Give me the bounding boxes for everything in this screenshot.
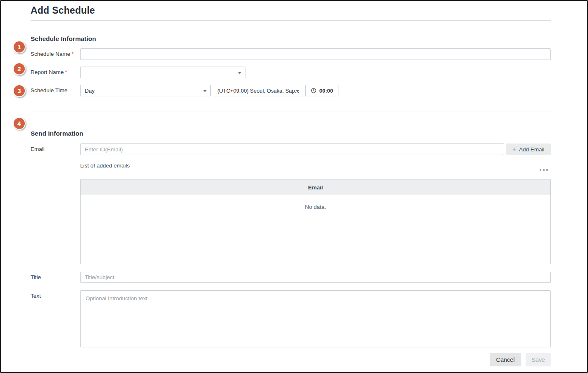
add-email-button-label: Add Email (519, 146, 545, 153)
dot (543, 169, 545, 171)
schedule-time-label: Schedule Time (31, 85, 67, 96)
schedule-frequency-value: Day (85, 88, 95, 94)
email-column-header: Email (81, 180, 550, 195)
timezone-select[interactable]: (UTC+09:00) Seoul, Osaka, Sap... (213, 85, 303, 96)
report-name-label-text: Report Name (31, 69, 64, 75)
title-divider (31, 20, 551, 21)
step-badge-1: 1 (13, 41, 26, 53)
chevron-down-icon (203, 90, 207, 92)
schedule-frequency-select[interactable]: Day (80, 85, 211, 96)
text-label-text: Text (31, 293, 41, 299)
report-name-select[interactable] (80, 67, 245, 78)
required-asterisk: * (65, 69, 67, 75)
page-title: Add Schedule (31, 5, 95, 16)
chevron-down-icon (296, 90, 299, 92)
required-asterisk: * (71, 51, 74, 57)
dot (546, 169, 548, 171)
timezone-value: (UTC+09:00) Seoul, Osaka, Sap... (217, 88, 299, 94)
schedule-name-label: Schedule Name* (31, 48, 74, 60)
text-input[interactable] (80, 290, 551, 347)
save-button[interactable]: Save (526, 353, 551, 366)
step-number: 2 (17, 65, 21, 72)
email-input[interactable] (80, 143, 504, 155)
step-badge-4: 4 (13, 117, 26, 130)
clock-icon (311, 88, 317, 93)
section-divider (31, 112, 551, 112)
table-empty-message: No data. (81, 195, 550, 210)
title-label-text: Title (31, 274, 41, 280)
added-emails-list-label: List of added emails (80, 163, 130, 169)
time-value: 00:00 (319, 88, 333, 94)
schedule-name-label-text: Schedule Name (31, 51, 70, 57)
step-number: 3 (17, 87, 21, 94)
schedule-information-heading: Schedule Information (31, 35, 96, 43)
dot (540, 169, 541, 171)
report-name-label: Report Name* (31, 67, 67, 78)
step-badge-3: 3 (13, 84, 26, 97)
text-label: Text (31, 290, 41, 302)
step-number: 4 (17, 120, 21, 127)
cancel-button[interactable]: Cancel (490, 353, 521, 366)
chevron-down-icon (238, 72, 241, 74)
email-label-text: Email (31, 146, 45, 152)
add-schedule-page: Add Schedule Schedule Information 1 2 3 … (0, 0, 588, 373)
add-email-button[interactable]: + Add Email (506, 143, 551, 155)
schedule-name-input[interactable] (80, 48, 551, 60)
send-information-heading: Send Information (31, 130, 83, 137)
time-picker[interactable]: 00:00 (305, 85, 338, 96)
added-emails-table: Email No data. (80, 179, 551, 264)
more-options-icon[interactable] (540, 168, 548, 172)
plus-icon: + (512, 146, 516, 153)
title-label: Title (31, 272, 41, 283)
title-input[interactable] (80, 272, 551, 283)
email-label: Email (31, 143, 45, 155)
step-badge-2: 2 (13, 62, 26, 75)
step-number: 1 (17, 43, 21, 50)
schedule-time-label-text: Schedule Time (31, 87, 67, 93)
